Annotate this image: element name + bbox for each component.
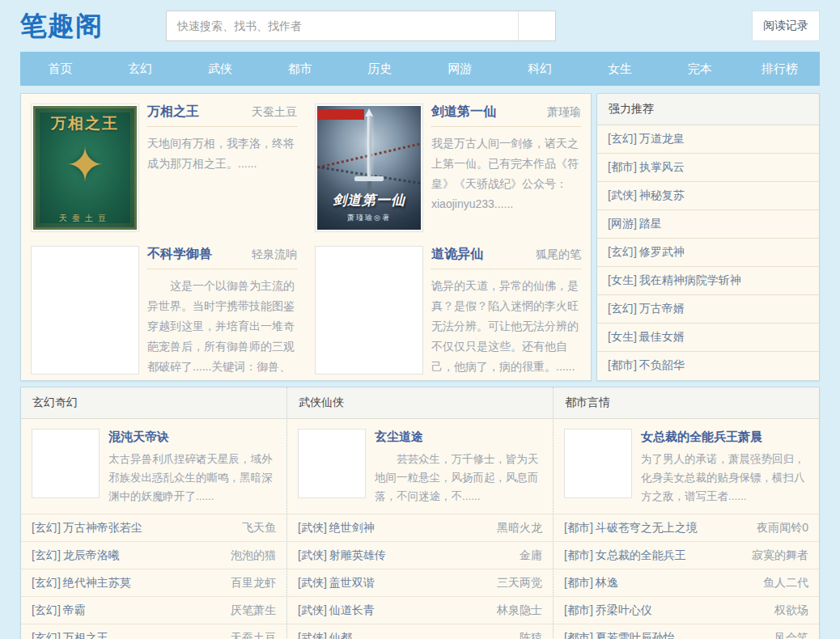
book-author: 飞天鱼 — [242, 520, 276, 535]
book-cover[interactable]: 剑道第一仙 萧瑾瑜◎著 — [315, 104, 423, 232]
book-list-item[interactable]: [都市]林逸鱼人二代 — [554, 569, 819, 596]
book-list-item[interactable]: [玄幻]绝代神主苏莫百里龙虾 — [21, 569, 286, 596]
recommend-item[interactable]: [玄幻]万道龙皇 — [597, 125, 819, 154]
book-list-item[interactable]: [武侠]绝世剑神黑暗火龙 — [287, 514, 553, 541]
nav-item-xuanhuan[interactable]: 玄幻 — [100, 52, 180, 86]
book-title: 盖世双谐 — [329, 576, 375, 589]
nav-item-dushi[interactable]: 都市 — [260, 52, 340, 86]
book-list-item[interactable]: [都市]乔梁叶心仪权欲场 — [554, 596, 819, 624]
book-author: 轻泉流响 — [252, 248, 297, 262]
book-list-item[interactable]: [玄幻]万相之王天蚕土豆 — [21, 624, 286, 639]
book-list-item[interactable]: [玄幻]帝霸厌笔萧生 — [21, 596, 286, 624]
book-list-item[interactable]: [玄幻]万古神帝张若尘飞天鱼 — [21, 514, 286, 541]
category-sections: 玄幻奇幻 混沌天帝诀 太古异兽利爪捏碎诸天星辰，域外邪族发出惑乱众生的嘶鸣，黑暗… — [20, 387, 820, 639]
book-title[interactable]: 混沌天帝诀 — [108, 430, 276, 445]
nav-item-wuxia[interactable]: 武侠 — [180, 52, 261, 86]
book-category: [玄幻] — [32, 548, 61, 561]
section-title: 都市言情 — [554, 387, 819, 419]
book-title: 执掌风云 — [639, 160, 685, 173]
book-author: 天蚕土豆 — [231, 630, 276, 639]
book-cover[interactable] — [31, 246, 139, 375]
recommend-item[interactable]: [女生]我在精神病院学斩神 — [597, 267, 819, 295]
cover-author-text: 天蚕土豆 — [33, 213, 137, 224]
book-category: [玄幻] — [32, 576, 61, 589]
nav-item-lishi[interactable]: 历史 — [340, 52, 420, 86]
book-category: [玄幻] — [608, 245, 637, 258]
recommend-item[interactable]: [都市]不负韶华 — [597, 352, 819, 379]
section-featured-book: 玄尘道途 芸芸众生，万千修士，皆为天地间一粒悬尘，风扬而起，风息而落，不问迷途，… — [287, 419, 553, 514]
book-list-item[interactable]: [武侠]盖世双谐三天两觉 — [287, 569, 553, 596]
recommend-item[interactable]: [网游]踏星 — [597, 210, 819, 239]
star-emblem-icon: ✦ — [66, 142, 105, 188]
book-category: [武侠] — [298, 576, 327, 589]
book-cover[interactable]: 万相之王 ✦ 天蚕土豆 — [31, 104, 139, 232]
book-title: 踏星 — [639, 217, 662, 230]
book-list-item[interactable]: [都市]女总裁的全能兵王寂寞的舞者 — [554, 541, 819, 569]
book-category: [武侠] — [298, 603, 327, 616]
book-author: 寂寞的舞者 — [752, 548, 808, 563]
book-cover-image — [317, 248, 421, 372]
book-list-item[interactable]: [都市]斗破苍穹之无上之境夜雨闻铃0 — [554, 514, 819, 541]
book-list-item[interactable]: [武侠]仙都陈猿 — [287, 624, 553, 639]
book-category: [武侠] — [608, 188, 637, 201]
book-title[interactable]: 剑道第一仙 — [431, 104, 496, 121]
nav-item-home[interactable]: 首页 — [20, 52, 100, 86]
book-description: 为了男人的承诺，萧晨强势回归，化身美女总裁的贴身保镖，横扫八方之敌，谱写王者..… — [641, 450, 808, 506]
book-title[interactable]: 道诡异仙 — [431, 246, 483, 263]
nav-item-wanben[interactable]: 完本 — [660, 52, 740, 86]
book-author: 权欲场 — [774, 603, 808, 618]
nav-item-kehuan[interactable]: 科幻 — [500, 52, 580, 86]
recommend-item[interactable]: [玄幻]修罗武神 — [597, 239, 819, 267]
book-category: [都市] — [564, 548, 593, 561]
section-title: 武侠仙侠 — [287, 387, 553, 419]
book-list-item[interactable]: [玄幻]龙辰帝洛曦泡泡的猫 — [21, 541, 286, 569]
book-title: 我在精神病院学斩神 — [639, 273, 741, 286]
book-title: 万道龙皇 — [639, 132, 685, 145]
book-author: 风会笑 — [774, 630, 808, 639]
book-title: 夏若雪叶辰孙怡 — [596, 631, 675, 639]
book-title[interactable]: 女总裁的全能兵王萧晨 — [641, 430, 808, 445]
recommend-list: [玄幻]万道龙皇 [都市]执掌风云 [武侠]神秘复苏 [网游]踏星 [玄幻]修罗… — [597, 125, 819, 379]
reading-record-link[interactable]: 阅读记录 — [752, 11, 820, 41]
book-title[interactable]: 万相之王 — [147, 104, 199, 121]
book-description: 这是一个以御兽为主流的异世界。当时宇携带技能图鉴穿越到这里，并培育出一堆奇葩宠兽… — [147, 276, 297, 381]
search-input[interactable] — [167, 11, 518, 40]
book-category: [武侠] — [298, 548, 327, 561]
book-title: 仙道长青 — [329, 603, 375, 616]
book-description: 天地间有万相，我李洛，终将成为那万相之王。...... — [147, 133, 297, 174]
book-cover[interactable] — [315, 246, 423, 375]
main-nav: 首页 玄幻 武侠 都市 历史 网游 科幻 女生 完本 排行榜 — [20, 52, 820, 86]
section-xuanhuan-qihuan: 玄幻奇幻 混沌天帝诀 太古异兽利爪捏碎诸天星辰，域外邪族发出惑乱众生的嘶鸣，黑暗… — [21, 387, 286, 639]
section-book-list: [都市]斗破苍穹之无上之境夜雨闻铃0 [都市]女总裁的全能兵王寂寞的舞者 [都市… — [554, 514, 819, 639]
book-author: 陈猿 — [520, 630, 542, 639]
featured-book-3: 不科学御兽 轻泉流响 这是一个以御兽为主流的异世界。当时宇携带技能图鉴穿越到这里… — [31, 246, 297, 381]
book-description: 芸芸众生，万千修士，皆为天地间一粒悬尘，风扬而起，风息而落，不问迷途，不....… — [375, 450, 542, 506]
book-title: 修罗武神 — [639, 245, 685, 258]
recommend-panel: 强力推荐 [玄幻]万道龙皇 [都市]执掌风云 [武侠]神秘复苏 [网游]踏星 [… — [596, 93, 820, 381]
book-category: [武侠] — [298, 631, 327, 639]
recommend-item[interactable]: [玄幻]万古帝婿 — [597, 295, 819, 324]
section-wuxia-xianxia: 武侠仙侠 玄尘道途 芸芸众生，万千修士，皆为天地间一粒悬尘，风扬而起，风息而落，… — [286, 387, 553, 639]
book-list-item[interactable]: [武侠]仙道长青林泉隐士 — [287, 596, 553, 624]
book-title[interactable]: 不科学御兽 — [147, 246, 212, 263]
book-cover[interactable] — [564, 429, 632, 498]
book-list-item[interactable]: [武侠]射雕英雄传金庸 — [287, 541, 553, 569]
nav-item-wangyou[interactable]: 网游 — [420, 52, 500, 86]
section-dushi-yanqing: 都市言情 女总裁的全能兵王萧晨 为了男人的承诺，萧晨强势回归，化身美女总裁的贴身… — [553, 387, 819, 639]
recommend-item[interactable]: [都市]执掌风云 — [597, 154, 819, 182]
nav-item-nvsheng[interactable]: 女生 — [580, 52, 660, 86]
search-button[interactable] — [518, 11, 555, 40]
book-author: 泡泡的猫 — [231, 548, 276, 563]
book-list-item[interactable]: [都市]夏若雪叶辰孙怡风会笑 — [554, 624, 819, 639]
nav-item-ranking[interactable]: 排行榜 — [740, 52, 820, 86]
site-logo[interactable]: 笔趣阁 — [20, 8, 103, 44]
book-title: 绝世剑神 — [329, 521, 375, 534]
book-title[interactable]: 玄尘道途 — [375, 430, 542, 445]
book-category: [玄幻] — [32, 603, 61, 616]
book-cover[interactable] — [298, 429, 366, 498]
book-title: 绝代神主苏莫 — [63, 576, 131, 589]
recommend-item[interactable]: [武侠]神秘复苏 — [597, 182, 819, 210]
recommend-item[interactable]: [女生]最佳女婿 — [597, 324, 819, 352]
book-category: [都市] — [564, 576, 593, 589]
book-cover[interactable] — [32, 429, 100, 498]
